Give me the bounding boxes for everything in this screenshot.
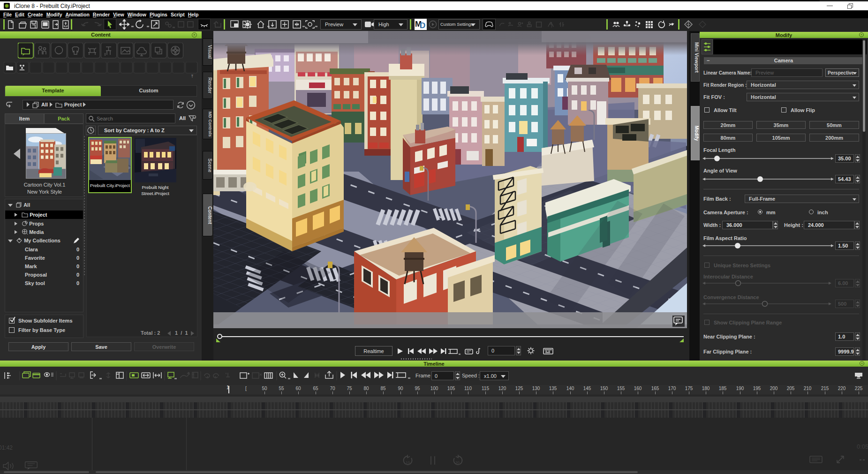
svg-text:10: 10 — [406, 460, 410, 465]
svg-text:30: 30 — [455, 460, 460, 465]
svg-text:o: o — [194, 116, 195, 119]
